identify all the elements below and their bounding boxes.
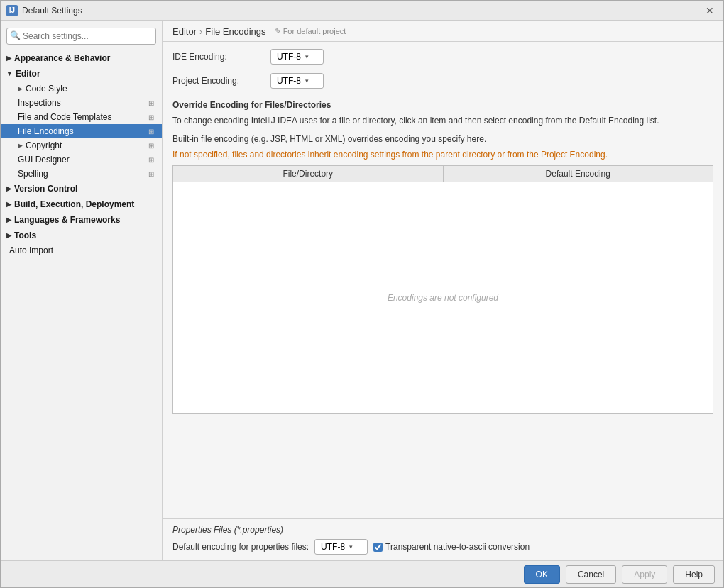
ok-button[interactable]: OK (524, 565, 560, 584)
page-icon: ⊞ (146, 126, 156, 136)
project-encoding-value: UTF-8 (277, 76, 301, 86)
properties-row: Default encoding for properties files: U… (172, 539, 713, 555)
override-section: Override Encoding for Files/Directories … (172, 100, 713, 414)
apply-button[interactable]: Apply (622, 565, 667, 584)
content-body: IDE Encoding: UTF-8 ▾ Project Encoding: … (163, 42, 723, 518)
page-icon: ⊞ (146, 155, 156, 165)
main-panel: Editor › File Encodings ✎ For default pr… (163, 21, 723, 560)
sidebar-item-spelling[interactable]: Spelling ⊞ (1, 167, 162, 181)
table-header: File/Directory Default Encoding (173, 166, 713, 182)
sidebar-item-version-control[interactable]: ▶ Version Control (1, 181, 162, 196)
footer: OK Cancel Apply Help (1, 560, 723, 587)
ide-encoding-dropdown[interactable]: UTF-8 ▾ (270, 49, 324, 65)
sidebar-item-auto-import[interactable]: Auto Import (1, 243, 162, 257)
search-input[interactable] (6, 28, 156, 45)
page-icon: ⊞ (146, 112, 156, 122)
titlebar: IJ Default Settings ✕ (1, 1, 723, 21)
info-text-1: To change encoding IntelliJ IDEA uses fo… (172, 114, 713, 127)
sidebar-item-appearance-behavior[interactable]: ▶ Appearance & Behavior (1, 50, 162, 66)
sidebar-item-file-and-code-templates[interactable]: File and Code Templates ⊞ (1, 110, 162, 124)
close-button[interactable]: ✕ (702, 3, 718, 18)
sidebar-item-copyright[interactable]: ▶ Copyright ⊞ (1, 138, 162, 152)
search-icon: 🔍 (10, 30, 21, 40)
content-header: Editor › File Encodings ✎ For default pr… (163, 21, 723, 42)
app-icon: IJ (6, 5, 18, 16)
table-body: Encodings are not configured (173, 182, 713, 413)
sidebar-item-label: Inspections (18, 98, 146, 108)
override-title: Override Encoding for Files/Directories (172, 100, 713, 110)
expand-arrow: ▶ (6, 201, 11, 208)
search-box[interactable]: 🔍 (6, 28, 156, 45)
sidebar-item-label: Code Style (26, 84, 156, 94)
breadcrumb-editor: Editor (172, 26, 197, 37)
file-directory-table[interactable]: File/Directory Default Encoding Encoding… (172, 165, 713, 414)
project-encoding-label: Project Encoding: (172, 76, 265, 86)
project-encoding-row: Project Encoding: UTF-8 ▾ (172, 73, 713, 89)
sidebar-item-file-encodings[interactable]: File Encodings ⊞ (1, 124, 162, 138)
sidebar-item-label: GUI Designer (18, 155, 146, 165)
sidebar: 🔍 ▶ Appearance & Behavior ▼ Editor ▶ Cod… (1, 21, 163, 560)
sidebar-item-label: Auto Import (9, 245, 156, 255)
sidebar-item-label: File and Code Templates (18, 112, 146, 122)
breadcrumb-separator: › (199, 26, 202, 37)
page-icon: ⊞ (146, 169, 156, 179)
sidebar-item-label: Editor (16, 69, 40, 79)
properties-label: Default encoding for properties files: (172, 542, 309, 552)
chevron-down-icon: ▾ (305, 53, 309, 60)
sidebar-item-label: Build, Execution, Deployment (14, 199, 134, 209)
main-window: IJ Default Settings ✕ 🔍 ▶ Appearance & B… (0, 0, 724, 588)
breadcrumb-current: File Encodings (205, 26, 265, 37)
properties-encoding-value: UTF-8 (321, 542, 345, 552)
help-button[interactable]: Help (673, 565, 715, 584)
expand-arrow: ▶ (6, 216, 11, 223)
page-icon: ⊞ (146, 140, 156, 150)
sidebar-item-label: Tools (14, 231, 36, 240)
sidebar-item-build-execution-deployment[interactable]: ▶ Build, Execution, Deployment (1, 196, 162, 212)
properties-section: Properties Files (*.properties) Default … (163, 518, 723, 560)
sidebar-item-label: Languages & Frameworks (14, 215, 120, 225)
properties-encoding-dropdown[interactable]: UTF-8 ▾ (314, 539, 368, 555)
transparent-conversion-row[interactable]: Transparent native-to-ascii conversion (373, 542, 530, 552)
sidebar-item-tools[interactable]: ▶ Tools (1, 228, 162, 243)
sidebar-item-languages-frameworks[interactable]: ▶ Languages & Frameworks (1, 212, 162, 228)
sidebar-item-label: File Encodings (18, 126, 146, 136)
ide-encoding-value: UTF-8 (277, 52, 301, 62)
info-text-2: Built-in file encoding (e.g. JSP, HTML o… (172, 133, 713, 145)
chevron-down-icon: ▾ (305, 77, 309, 84)
transparent-conversion-checkbox[interactable] (373, 543, 383, 552)
table-col-default-encoding: Default Encoding (444, 166, 713, 182)
properties-title: Properties Files (*.properties) (172, 525, 713, 535)
info-text-3: If not specified, files and directories … (172, 148, 713, 161)
sidebar-item-label: Spelling (18, 169, 146, 179)
sidebar-item-label: Appearance & Behavior (14, 53, 110, 63)
expand-arrow: ▶ (18, 85, 23, 92)
project-encoding-dropdown[interactable]: UTF-8 ▾ (270, 73, 324, 89)
sidebar-item-editor[interactable]: ▼ Editor (1, 66, 162, 82)
ide-encoding-label: IDE Encoding: (172, 52, 265, 62)
for-default-label: ✎ For default project (275, 27, 346, 36)
expand-arrow: ▶ (18, 142, 23, 149)
page-icon: ⊞ (146, 98, 156, 108)
chevron-down-icon: ▾ (349, 543, 353, 550)
sidebar-item-label: Version Control (14, 184, 77, 194)
sidebar-item-gui-designer[interactable]: GUI Designer ⊞ (1, 152, 162, 167)
sidebar-item-code-style[interactable]: ▶ Code Style (1, 82, 162, 96)
cancel-button[interactable]: Cancel (566, 565, 616, 584)
table-col-file-directory: File/Directory (173, 166, 444, 182)
empty-message: Encodings are not configured (388, 293, 498, 303)
sidebar-item-inspections[interactable]: Inspections ⊞ (1, 96, 162, 110)
expand-arrow: ▶ (6, 185, 11, 192)
expand-arrow: ▶ (6, 55, 11, 62)
breadcrumb: Editor › File Encodings ✎ For default pr… (172, 26, 713, 37)
expand-arrow: ▶ (6, 232, 11, 239)
window-title: Default Settings (22, 6, 702, 16)
expand-arrow: ▼ (6, 70, 13, 77)
sidebar-item-label: Copyright (26, 140, 146, 150)
transparent-conversion-label: Transparent native-to-ascii conversion (385, 542, 530, 552)
ide-encoding-row: IDE Encoding: UTF-8 ▾ (172, 49, 713, 65)
